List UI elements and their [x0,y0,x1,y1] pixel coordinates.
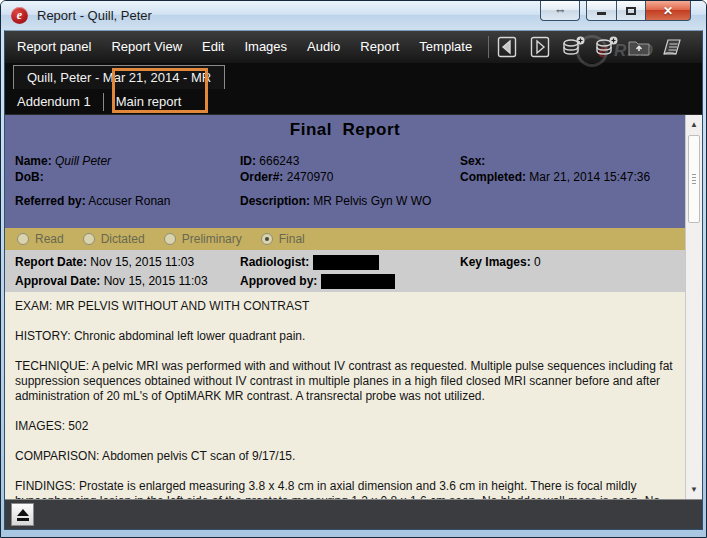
report-view: Final Report Name: Quill Peter ID: 66624… [5,115,702,499]
status-final[interactable]: Final [261,232,305,246]
exam-paragraph: EXAM: MR PELVIS WITHOUT AND WITH CONTRAS… [15,299,673,314]
patient-info: Name: Quill Peter ID: 666243 Sex: DoB: O… [5,153,685,209]
report-title: Final Report [5,120,685,140]
report-tab-bar: Addendum 1 Main report [5,89,702,115]
key-images-label: Key Images: [460,255,531,269]
name-label: Name: [15,154,52,168]
patient-id: 666243 [259,154,299,168]
menu-audio[interactable]: Audio [297,31,350,63]
status-final-label: Final [279,232,305,246]
minimize-button[interactable] [586,1,617,21]
report-date: Nov 15, 2015 11:03 [90,255,194,269]
status-preliminary-label: Preliminary [182,232,242,246]
radio-read-icon [17,233,29,245]
approved-by-label: Approved by: [240,272,317,291]
study-description: MR Pelvis Gyn W WO [313,194,431,208]
minimize-icon [597,12,606,15]
scrollbar-thumb[interactable] [688,135,700,223]
patient-name: Quill Peter [55,154,111,168]
study-tab-bar: Quill, Peter - Mar 21, 2014 - MR [5,63,702,89]
open-study-folder-icon[interactable] [627,35,651,59]
order-number: 2470970 [287,170,334,184]
report-status-bar: Read Dictated Preliminary Final [5,228,685,250]
report-header: Final Report Name: Quill Peter ID: 66624… [5,115,685,228]
dob-label: DoB: [15,170,44,184]
status-dictated-label: Dictated [101,232,145,246]
status-dictated[interactable]: Dictated [83,232,145,246]
approval-date-label: Approval Date: [15,274,100,288]
import-dictation-icon[interactable] [594,35,618,59]
scroll-up-icon[interactable]: ▲ [686,120,702,129]
maximize-icon [626,7,636,15]
report-meta-bar: Report Date: Nov 15, 2015 11:03 Radiolog… [5,250,685,292]
status-preliminary[interactable]: Preliminary [164,232,242,246]
close-button[interactable]: ✕ [646,1,691,21]
sex-label: Sex: [460,154,485,168]
images-paragraph: IMAGES: 502 [15,419,673,434]
description-label: Description: [240,194,310,208]
report-body-text: EXAM: MR PELVIS WITHOUT AND WITH CONTRAS… [5,292,685,499]
menu-template[interactable]: Template [409,31,482,63]
tab-main-report[interactable]: Main report [104,89,194,114]
approved-by-redaction [321,274,395,289]
toolbar: e RAD [495,35,684,59]
scrollbar-grip-icon [692,174,696,184]
completed-label: Completed: [460,170,526,184]
previous-report-icon[interactable] [495,35,519,59]
eject-audio-button[interactable] [11,503,34,526]
menu-report-panel[interactable]: Report panel [5,31,101,63]
radio-final-icon [261,233,273,245]
menu-images[interactable]: Images [234,31,297,63]
order-label: Order#: [240,170,283,184]
status-read[interactable]: Read [17,232,64,246]
referred-by-label: Referred by: [15,194,86,208]
window-title: Report - Quill, Peter [37,8,152,23]
menu-report[interactable]: Report [350,31,409,63]
toolbar-separator [488,36,489,58]
radiologist-redaction [313,255,379,270]
eject-icon [17,509,29,516]
scroll-down-icon[interactable]: ▼ [686,485,702,494]
status-read-label: Read [35,232,64,246]
report-book-icon[interactable] [660,35,684,59]
dock-toggle-button[interactable]: ⇔ [540,1,580,21]
title-bar[interactable]: e Report - Quill, Peter ⇔ ✕ [1,1,706,30]
radio-dictated-icon [83,233,95,245]
comparison-paragraph: COMPARISON: Abdomen pelvis CT scan of 9/… [15,449,673,464]
export-dictation-icon[interactable] [561,35,585,59]
approval-date: Nov 15, 2015 11:03 [104,274,208,288]
report-date-label: Report Date: [15,255,87,269]
report-window: e Report - Quill, Peter ⇔ ✕ Report panel… [0,0,707,538]
close-icon: ✕ [663,4,673,18]
completed-datetime: Mar 21, 2014 15:47:36 [529,170,650,184]
next-report-icon[interactable] [528,35,552,59]
menu-report-view[interactable]: Report View [101,31,192,63]
technique-paragraph: TECHNIQUE: A pelvic MRI was performed wi… [15,359,673,404]
findings-paragraph: FINDINGS: Prostate is enlarged measuring… [15,479,673,499]
maximize-button[interactable] [617,1,646,21]
radio-preliminary-icon [164,233,176,245]
referring-physician: Accuser Ronan [88,194,170,208]
menu-bar: Report panel Report View Edit Images Aud… [5,31,702,63]
id-label: ID: [240,154,256,168]
radiologist-label: Radiologist: [240,253,309,272]
erad-app-icon: e [11,7,28,24]
menu-edit[interactable]: Edit [192,31,234,63]
history-paragraph: HISTORY: Chronic abdominal left lower qu… [15,329,673,344]
tab-addendum-1[interactable]: Addendum 1 [5,89,103,114]
key-images-count: 0 [534,255,541,269]
vertical-scrollbar[interactable]: ▲ ▼ [685,115,702,499]
bottom-bar [5,499,702,529]
study-tab[interactable]: Quill, Peter - Mar 21, 2014 - MR [13,65,225,89]
